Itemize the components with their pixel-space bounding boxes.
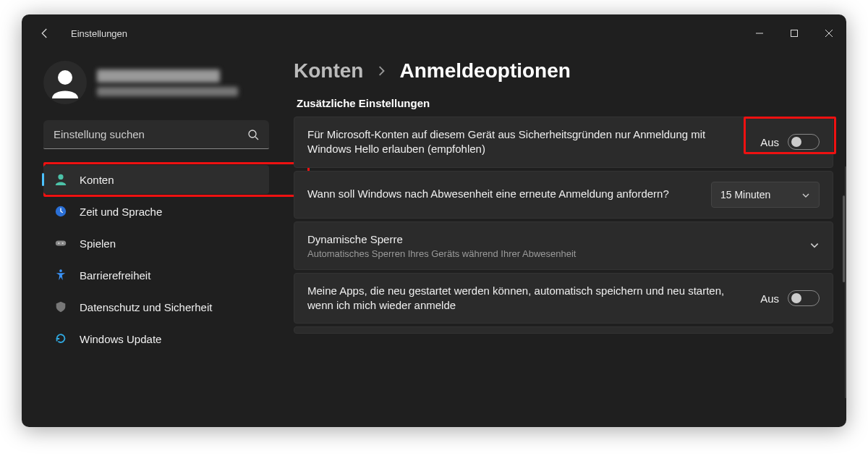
svg-point-10 (58, 242, 59, 244)
setting-restart-apps: Meine Apps, die neu gestartet werden kön… (294, 273, 833, 324)
setting-row-partial (294, 326, 833, 334)
titlebar-left: Einstellungen (35, 23, 127, 43)
window-controls (742, 14, 846, 52)
expand-control (809, 240, 820, 250)
svg-rect-9 (56, 240, 66, 245)
breadcrumb-parent[interactable]: Konten (294, 59, 363, 83)
main-panel: Konten Anmeldeoptionen Zusätzliche Einst… (291, 52, 846, 427)
profile-email-redacted (97, 87, 238, 96)
svg-point-4 (58, 70, 72, 85)
setting-text: Meine Apps, die neu gestartet werden kön… (307, 284, 747, 313)
search-input[interactable] (54, 128, 247, 140)
sidebar-item-gaming[interactable]: Spielen (43, 229, 269, 258)
back-button[interactable] (35, 23, 55, 43)
sidebar-item-label: Zeit und Sprache (80, 206, 162, 218)
dropdown-value: 15 Minuten (720, 189, 770, 200)
setting-control: 15 Minuten (711, 182, 820, 208)
settings-window: Einstellungen (22, 14, 846, 427)
setting-title: Für Microsoft-Konten auf diesem Gerät au… (307, 127, 747, 157)
chevron-right-icon (376, 63, 386, 80)
sidebar: Konten Zeit und Sprache Spielen (22, 52, 291, 427)
setting-text: Dynamische Sperre Automatisches Sperren … (307, 232, 796, 259)
minimize-button[interactable] (742, 14, 777, 52)
avatar (43, 61, 87, 104)
setting-title: Meine Apps, die neu gestartet werden kön… (307, 284, 747, 313)
shield-icon (54, 300, 68, 314)
breadcrumb-current: Anmeldeoptionen (399, 59, 570, 83)
setting-control: Aus (760, 290, 820, 306)
update-icon (54, 332, 68, 346)
toggle-switch[interactable] (788, 290, 820, 306)
section-header: Zusätzliche Einstellungen (294, 97, 833, 109)
setting-dynamic-lock[interactable]: Dynamische Sperre Automatisches Sperren … (294, 221, 833, 270)
card-hello-wrap: Für Microsoft-Konten auf diesem Gerät au… (294, 117, 833, 168)
profile-text (97, 69, 238, 96)
setting-title: Dynamische Sperre (307, 232, 796, 247)
svg-point-5 (249, 130, 256, 138)
svg-point-12 (59, 269, 62, 272)
titlebar: Einstellungen (22, 14, 846, 52)
content-area: Konten Zeit und Sprache Spielen (22, 52, 846, 427)
setting-windows-hello-only: Für Microsoft-Konten auf diesem Gerät au… (294, 117, 833, 168)
app-title: Einstellungen (71, 28, 127, 39)
setting-title: Wann soll Windows nach Abwesenheit eine … (307, 187, 698, 201)
sidebar-item-time-language[interactable]: Zeit und Sprache (43, 197, 269, 226)
maximize-button[interactable] (777, 14, 812, 52)
setting-text: Für Microsoft-Konten auf diesem Gerät au… (307, 127, 747, 157)
accessibility-icon (54, 268, 68, 282)
search-box[interactable] (43, 120, 269, 149)
sidebar-item-label: Barrierefreiheit (80, 269, 150, 282)
nav-list: Konten Zeit und Sprache Spielen (43, 165, 269, 353)
sidebar-item-label: Windows Update (80, 333, 161, 345)
sidebar-item-label: Spielen (80, 237, 116, 250)
gamepad-icon (54, 236, 68, 250)
clock-icon (54, 204, 68, 219)
svg-line-6 (255, 137, 258, 140)
dropdown-signin-delay[interactable]: 15 Minuten (711, 182, 820, 208)
svg-point-11 (62, 242, 64, 244)
profile-name-redacted (97, 69, 220, 83)
sidebar-item-label: Konten (80, 174, 114, 186)
chevron-down-icon (801, 190, 810, 199)
setting-subtitle: Automatisches Sperren Ihres Geräts währe… (307, 248, 796, 259)
accounts-icon (54, 172, 68, 187)
chevron-down-icon[interactable] (809, 240, 820, 250)
close-button[interactable] (812, 14, 846, 52)
svg-rect-1 (791, 30, 798, 37)
setting-require-signin-after: Wann soll Windows nach Abwesenheit eine … (294, 171, 833, 219)
profile-section[interactable] (43, 61, 269, 104)
sidebar-item-windows-update[interactable]: Windows Update (43, 324, 269, 353)
toggle-state-label: Aus (760, 292, 779, 305)
toggle-switch[interactable] (788, 134, 820, 150)
main-scrollbar[interactable] (845, 166, 846, 398)
settings-cards: Für Microsoft-Konten auf diesem Gerät au… (294, 117, 833, 334)
toggle-state-label: Aus (760, 136, 779, 148)
search-icon (247, 129, 259, 140)
sidebar-item-label: Datenschutz und Sicherheit (80, 301, 212, 313)
sidebar-item-privacy[interactable]: Datenschutz und Sicherheit (43, 292, 269, 321)
setting-text: Wann soll Windows nach Abwesenheit eine … (307, 187, 698, 201)
setting-control: Aus (760, 134, 820, 150)
sidebar-item-accounts[interactable]: Konten (43, 165, 269, 194)
breadcrumb: Konten Anmeldeoptionen (294, 59, 833, 83)
sidebar-item-accessibility[interactable]: Barrierefreiheit (43, 261, 269, 290)
svg-point-7 (58, 174, 63, 180)
